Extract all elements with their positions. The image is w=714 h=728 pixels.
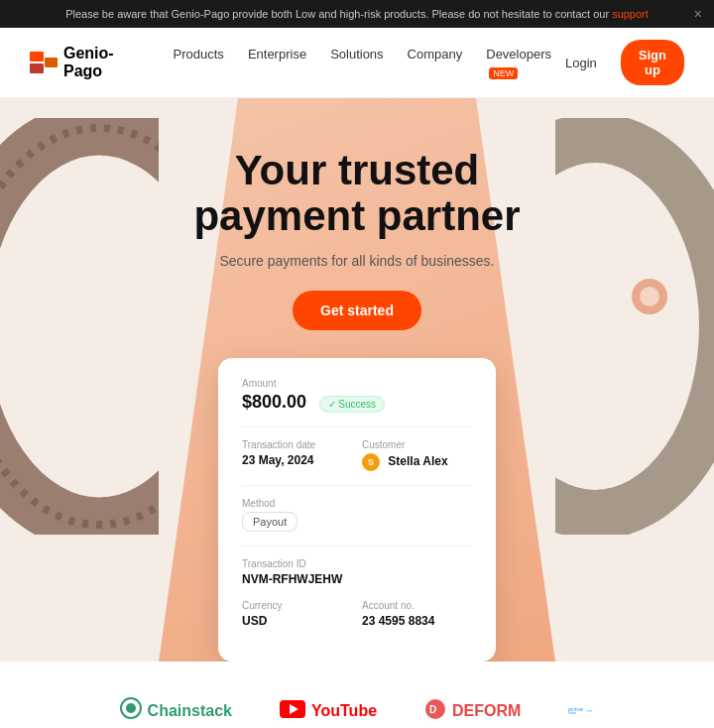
hero-section: Your trusted payment partner Secure paym… (0, 98, 714, 662)
account-cell: Account no. 23 4595 8834 (362, 600, 472, 628)
nav-item-developers[interactable]: Developers NEW (486, 45, 551, 80)
amount-value: $800.00 (242, 392, 306, 412)
brand-prime-video: prime video (568, 698, 594, 724)
ring-left (0, 118, 159, 535)
method-badge: Payout (242, 512, 298, 532)
transaction-card: Amount $800.00 ✓ Success Transaction dat… (218, 358, 496, 662)
brand-deform: D DEFORM (424, 698, 521, 724)
svg-text:D: D (429, 704, 436, 715)
svg-point-3 (0, 128, 159, 525)
brands-section: Chainstack YouTube D DEFORM prime video (0, 662, 714, 728)
chainstack-label: Chainstack (148, 702, 232, 720)
brand-chainstack: Chainstack (120, 697, 232, 724)
chainstack-icon (120, 697, 142, 724)
deform-label: DEFORM (452, 702, 521, 720)
status-badge: ✓ Success (319, 396, 386, 413)
hero-title: Your trusted payment partner (193, 148, 520, 239)
svg-point-7 (640, 287, 659, 306)
brand-youtube: YouTube (280, 700, 377, 722)
currency-cell: Currency USD (242, 600, 352, 628)
ring-right (555, 118, 714, 535)
prime-icon: prime video (568, 698, 594, 724)
close-icon[interactable]: × (694, 6, 702, 22)
youtube-icon (280, 700, 305, 722)
hero-content: Your trusted payment partner Secure paym… (174, 148, 539, 330)
nav-item-products[interactable]: Products (174, 45, 224, 80)
navbar: Genio-Pago Products Enterprise Solutions… (0, 28, 714, 98)
signup-button[interactable]: Sign up (621, 40, 684, 85)
currency-account-grid: Currency USD Account no. 23 4595 8834 (242, 600, 472, 628)
customer-cell: Customer S Stella Alex (362, 439, 472, 471)
logo[interactable]: Genio-Pago (30, 45, 134, 80)
amount-row: Amount $800.00 ✓ Success (242, 378, 472, 413)
method-row: Method Payout (242, 498, 472, 532)
nav-item-company[interactable]: Company (408, 45, 463, 80)
nav-links: Products Enterprise Solutions Company De… (174, 45, 551, 80)
nav-item-enterprise[interactable]: Enterprise (248, 45, 306, 80)
new-badge: NEW (489, 67, 518, 79)
card-details-grid: Transaction date 23 May, 2024 Customer S… (242, 439, 472, 471)
txn-id-cell: Transaction ID NVM-RFHWJEHW (242, 558, 352, 586)
hero-subtitle: Secure payments for all kinds of busines… (193, 253, 520, 269)
svg-text:video: video (568, 711, 576, 715)
txn-id-grid: Transaction ID NVM-RFHWJEHW (242, 558, 472, 586)
youtube-label: YouTube (311, 702, 377, 720)
login-button[interactable]: Login (551, 50, 611, 76)
announcement-link[interactable]: support (612, 8, 649, 20)
logo-icon (30, 52, 58, 73)
nav-actions: Login Sign up (551, 40, 684, 85)
svg-rect-2 (45, 58, 58, 67)
deform-icon: D (424, 698, 446, 724)
announcement-text: Please be aware that Genio-Pago provide … (65, 8, 649, 20)
customer-avatar: S (362, 453, 380, 471)
nav-item-solutions[interactable]: Solutions (330, 45, 383, 80)
svg-rect-1 (30, 63, 44, 73)
svg-rect-0 (30, 52, 44, 61)
svg-point-5 (555, 138, 714, 515)
svg-point-9 (126, 703, 136, 713)
date-cell: Transaction date 23 May, 2024 (242, 439, 352, 471)
get-started-button[interactable]: Get started (293, 291, 421, 330)
announcement-bar: Please be aware that Genio-Pago provide … (0, 0, 714, 28)
amount-label: Amount (242, 378, 472, 389)
